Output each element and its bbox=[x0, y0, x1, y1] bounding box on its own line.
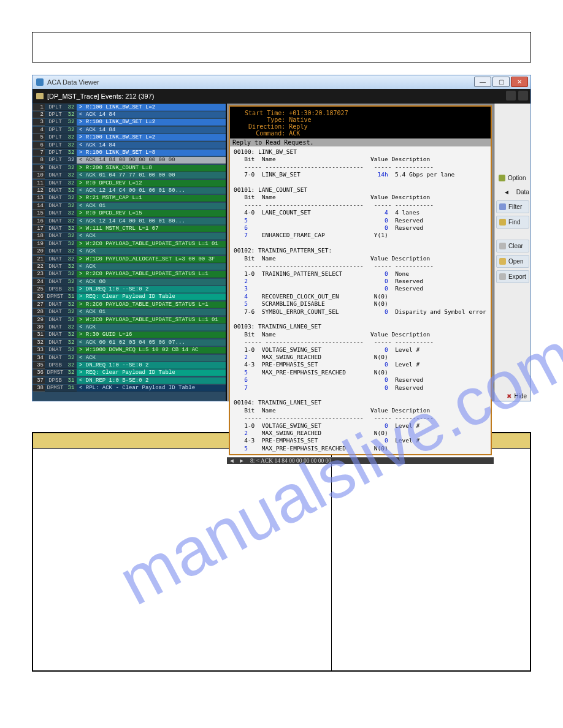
event-text: > DN_REQ 1:0 --SE:0 2 bbox=[77, 362, 226, 369]
event-row[interactable]: 2DPLT32< ACK 14 84 bbox=[33, 111, 226, 118]
event-row[interactable]: 37DPSB31< DN_REP 1:0 B-SE:0 2 bbox=[33, 377, 226, 384]
event-text: > R:30 GUID L=16 bbox=[77, 332, 226, 338]
event-row[interactable]: 14DNAT32< ACK 01 bbox=[33, 202, 226, 210]
event-row[interactable]: 28DNAT32< ACK 01 bbox=[33, 309, 226, 316]
events-panel[interactable]: 1DPLT32> R:100 LINK_BW_SET L=22DPLT32< A… bbox=[33, 104, 227, 401]
data-button[interactable]: ◄ Data bbox=[496, 186, 529, 198]
event-type: DPMST bbox=[45, 294, 66, 300]
hide-button[interactable]: ✖ Hide bbox=[503, 392, 530, 401]
decode-panel: Start Time: +01:30:20.187027 Type: Nativ… bbox=[227, 104, 494, 401]
decode-scrollbar[interactable]: ◄ ► 8: < ACK 14 84 00 00 00 00 00 00 bbox=[227, 457, 494, 464]
folder-icon bbox=[36, 93, 44, 99]
event-row[interactable]: 38DPMST31< RPL: ACK - Clear Payload ID T… bbox=[33, 384, 226, 392]
event-type: DPLT bbox=[45, 104, 66, 111]
option-button[interactable]: Option bbox=[496, 172, 529, 184]
event-row[interactable]: 8DPLT32< ACK 14 84 00 00 00 00 00 00 bbox=[33, 157, 226, 164]
event-row[interactable]: 3DPLT32> R:100 LINK_BW_SET L=2 bbox=[33, 119, 226, 126]
event-row[interactable]: 30DNAT32< ACK bbox=[33, 324, 226, 331]
hdr-start-time: Start Time: +01:30:20.187027 bbox=[230, 110, 491, 116]
event-row[interactable]: 4DPLT32< ACK 14 84 bbox=[33, 126, 226, 134]
event-row[interactable]: 22DNAT32< ACK bbox=[33, 263, 226, 270]
event-text: > R:0 DPCD_REV L=12 bbox=[77, 180, 226, 187]
event-row[interactable]: 24DNAT32< ACK 00 bbox=[33, 278, 226, 286]
dropdown-icon[interactable] bbox=[518, 91, 528, 100]
event-row[interactable]: 29DNAT32> W:2C0 PAYLOAD_TABLE_UPDATE_STA… bbox=[33, 316, 226, 324]
event-row[interactable]: 31DNAT32> R:30 GUID L=16 bbox=[33, 332, 226, 339]
event-type: DPMST bbox=[45, 385, 66, 392]
event-type: DNAT bbox=[45, 256, 66, 263]
decode-subtitle: Reply to Read Request. bbox=[230, 138, 491, 146]
event-index: 14 bbox=[33, 203, 45, 210]
event-index: 18 bbox=[33, 233, 45, 240]
event-text: > W:1C0 PAYLOAD_ALLOCATE_SET L=3 00 00 3… bbox=[77, 256, 226, 263]
find-button[interactable]: Find bbox=[496, 216, 529, 229]
open-button[interactable]: Open bbox=[496, 255, 529, 268]
event-size: 32 bbox=[66, 309, 77, 316]
window-titlebar[interactable]: ACA Data Viewer — ▢ ✕ bbox=[33, 75, 530, 89]
event-size: 32 bbox=[66, 203, 77, 210]
close-button[interactable]: ✕ bbox=[511, 77, 528, 87]
event-type: DNAT bbox=[45, 180, 66, 187]
event-row[interactable]: 35DPSB32> DN_REQ 1:0 --SE:0 2 bbox=[33, 362, 226, 369]
event-row[interactable]: 12DNAT32< ACK 12 14 C4 00 01 00 01 80... bbox=[33, 187, 226, 194]
event-index: 10 bbox=[33, 172, 45, 179]
event-row[interactable]: 11DNAT32> R:0 DPCD_REV L=12 bbox=[33, 180, 226, 187]
event-size: 32 bbox=[66, 218, 77, 225]
event-size: 32 bbox=[66, 362, 77, 369]
event-size: 32 bbox=[66, 112, 77, 118]
filter-button[interactable]: Filter bbox=[496, 200, 529, 213]
event-type: DNAT bbox=[45, 248, 66, 255]
event-row[interactable]: 36DPMST32> REQ: Clear Payload ID Table bbox=[33, 370, 226, 377]
minimize-button[interactable]: — bbox=[474, 77, 491, 87]
export-button[interactable]: Export bbox=[496, 270, 529, 283]
event-row[interactable]: 7DPLT32> R:100 LINK_BW_SET L=8 bbox=[33, 149, 226, 156]
event-index: 25 bbox=[33, 286, 45, 293]
event-text: < ACK bbox=[77, 355, 226, 362]
event-row[interactable]: 26DPMST31> REQ: Clear Payload ID Table bbox=[33, 294, 226, 301]
event-index: 6 bbox=[33, 142, 45, 149]
event-text: > R:2C0 PAYLOAD_TABLE_UPDATE_STATUS L=1 bbox=[77, 271, 226, 278]
clear-button[interactable]: Clear bbox=[496, 240, 529, 252]
event-row[interactable]: 10DNAT32< ACK 01 04 77 77 01 00 00 00 bbox=[33, 172, 226, 180]
event-index: 27 bbox=[33, 301, 45, 308]
event-text: > W:2C0 PAYLOAD_TABLE_UPDATE_STATUS L=1 … bbox=[77, 317, 226, 324]
event-row[interactable]: 33DNAT32> W:1000 DOWN_REQ L=5 10 02 CB 1… bbox=[33, 347, 226, 354]
search-icon[interactable] bbox=[506, 91, 516, 100]
event-index: 33 bbox=[33, 347, 45, 354]
event-row[interactable]: 13DNAT32> R:21 MSTM_CAP L=1 bbox=[33, 195, 226, 202]
event-row[interactable]: 5DPLT32> R:100 LINK_BW_SET L=2 bbox=[33, 134, 226, 142]
event-type: DNAT bbox=[45, 264, 66, 270]
event-row[interactable]: 18DNAT32< ACK bbox=[33, 233, 226, 240]
event-type: DNAT bbox=[45, 165, 66, 172]
event-type: DNAT bbox=[45, 317, 66, 324]
event-row[interactable]: 34DNAT32< ACK bbox=[33, 354, 226, 362]
event-row[interactable]: 1DPLT32> R:100 LINK_BW_SET L=2 bbox=[33, 104, 226, 111]
event-size: 32 bbox=[66, 226, 77, 232]
register-text[interactable]: 00100: LINK_BW_SET Bit Name Value Descri… bbox=[230, 146, 491, 454]
event-index: 38 bbox=[33, 385, 45, 392]
event-index: 34 bbox=[33, 355, 45, 362]
hdr-direction: Direction: Reply bbox=[230, 123, 491, 130]
event-size: 32 bbox=[66, 188, 77, 194]
scroll-right-icon[interactable]: ► bbox=[237, 458, 247, 464]
event-row[interactable]: 6DPLT32< ACK 14 84 bbox=[33, 142, 226, 149]
event-size: 32 bbox=[66, 172, 77, 179]
event-row[interactable]: 32DNAT32< ACK 00 01 02 03 04 05 06 07... bbox=[33, 339, 226, 346]
event-row[interactable]: 27DNAT32> R:2C0 PAYLOAD_TABLE_UPDATE_STA… bbox=[33, 301, 226, 308]
filter-icon bbox=[499, 203, 506, 210]
event-size: 32 bbox=[66, 264, 77, 270]
maximize-button[interactable]: ▢ bbox=[492, 77, 510, 87]
event-row[interactable]: 9DNAT32> R:200 SINK_COUNT L=8 bbox=[33, 164, 226, 172]
scroll-left-icon[interactable]: ◄ bbox=[227, 458, 237, 464]
event-row[interactable]: 17DNAT32> W:111 MSTM_CTRL L=1 07 bbox=[33, 225, 226, 232]
event-type: DPLT bbox=[45, 134, 66, 141]
event-row[interactable]: 23DNAT32> R:2C0 PAYLOAD_TABLE_UPDATE_STA… bbox=[33, 271, 226, 278]
event-row[interactable]: 19DNAT32> W:2C0 PAYLOAD_TABLE_UPDATE_STA… bbox=[33, 240, 226, 248]
event-row[interactable]: 16DNAT32< ACK 12 14 C4 00 01 00 01 80... bbox=[33, 218, 226, 225]
event-index: 30 bbox=[33, 324, 45, 331]
event-text: < ACK 00 01 02 03 04 05 06 07... bbox=[77, 339, 226, 346]
event-row[interactable]: 21DNAT32> W:1C0 PAYLOAD_ALLOCATE_SET L=3… bbox=[33, 256, 226, 263]
event-row[interactable]: 15DNAT32> R:0 DPCD_REV L=15 bbox=[33, 210, 226, 217]
event-row[interactable]: 20DNAT32< ACK bbox=[33, 248, 226, 255]
event-row[interactable]: 25DPSB31> DN_REQ 1:0 --SE:0 2 bbox=[33, 286, 226, 293]
